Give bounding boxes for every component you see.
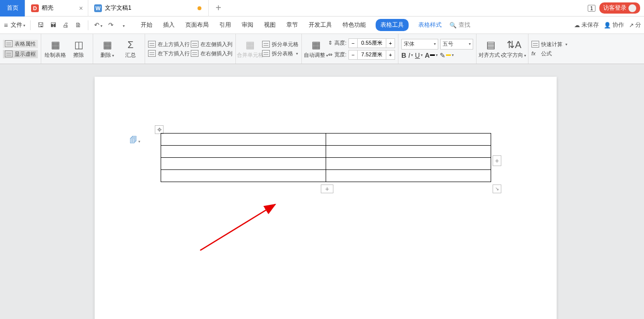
tab-layout[interactable]: 页面布局 <box>184 19 210 31</box>
width-minus[interactable]: − <box>349 50 358 59</box>
row-height-icon: ⇕ <box>328 40 332 46</box>
saveas-icon[interactable]: 🖬 <box>48 21 58 29</box>
split-cell-button[interactable]: 拆分单元格 <box>262 41 298 48</box>
tab-chapter[interactable]: 章节 <box>285 19 299 31</box>
table-cell[interactable] <box>326 134 491 146</box>
tab-start[interactable]: 开始 <box>140 19 153 31</box>
autofit-button[interactable]: ▦自动调整▾ <box>305 39 327 59</box>
login-button[interactable]: 访客登录 <box>599 2 640 14</box>
more-icon[interactable]: ▾ <box>118 21 128 29</box>
sigma-icon: Σ <box>128 39 133 50</box>
split-table-button[interactable]: 拆分表格▾ <box>262 50 298 57</box>
tab-table-tools[interactable]: 表格工具 <box>376 19 409 31</box>
table-cell[interactable] <box>326 170 491 182</box>
highlight-button[interactable]: ✎▾ <box>440 51 454 59</box>
tab-devtools[interactable]: 开发工具 <box>308 19 333 31</box>
width-spinner[interactable]: − + <box>348 50 395 60</box>
workspace: 🗐▾ ✥ + + ↘ <box>0 64 644 319</box>
table-cell[interactable] <box>161 170 326 182</box>
width-label: 宽度: <box>334 51 347 58</box>
share-button[interactable]: ↗分 <box>629 21 641 29</box>
print-icon[interactable]: 🖨 <box>61 21 70 29</box>
font-size-select[interactable]: 五号▾ <box>440 39 473 50</box>
outline-icon[interactable]: 🗐▾ <box>130 136 140 145</box>
undo-icon[interactable]: ↶▾ <box>93 21 103 29</box>
delete-button[interactable]: ▦删除▾ <box>96 39 118 59</box>
text-direction-button[interactable]: ⇅A文字方向▾ <box>503 39 525 59</box>
table-properties-button[interactable]: 表格属性 <box>3 40 38 48</box>
tab-home-label: 首页 <box>7 4 18 12</box>
height-input[interactable] <box>358 39 386 48</box>
tab-features[interactable]: 特色功能 <box>342 19 367 31</box>
add-row-button[interactable]: + <box>321 185 333 193</box>
save-icon[interactable]: 🖫 <box>35 21 45 29</box>
show-dashed-button[interactable]: 显示虚框 <box>3 50 38 58</box>
draw-table-button[interactable]: ▦绘制表格 <box>44 39 66 59</box>
autofit-icon: ▦ <box>312 39 321 50</box>
tab-docer[interactable]: D 稻壳 × <box>25 0 88 17</box>
table-resize-handle[interactable]: ↘ <box>493 185 501 193</box>
tab-home[interactable]: 首页 <box>0 0 25 17</box>
table-cell[interactable] <box>161 158 326 170</box>
insert-col-right-button[interactable]: 在右侧插入列 <box>191 50 232 57</box>
erase-button[interactable]: ◫擦除 <box>67 39 90 59</box>
align-icon: ▤ <box>486 39 495 50</box>
bold-button[interactable]: B <box>401 51 406 59</box>
table-cell[interactable] <box>161 146 326 158</box>
insert-col-left-button[interactable]: 在左侧插入列 <box>191 41 232 48</box>
tab-insert[interactable]: 插入 <box>162 19 176 31</box>
delete-table-icon: ▦ <box>103 39 112 50</box>
table-row[interactable] <box>161 170 491 182</box>
insert-above-icon <box>148 41 156 48</box>
tab-view[interactable]: 视图 <box>263 19 277 31</box>
new-tab-button[interactable]: + <box>209 0 228 17</box>
pencil-grid-icon: ▦ <box>51 39 60 50</box>
svg-line-1 <box>200 204 275 251</box>
insert-row-above-button[interactable]: 在上方插入行 <box>148 41 190 48</box>
underline-button[interactable]: U▾ <box>415 51 423 59</box>
close-icon[interactable]: × <box>79 4 83 12</box>
formula-button[interactable]: fx 公式 <box>531 50 567 57</box>
split-cell-icon <box>262 41 270 48</box>
insert-left-icon <box>191 41 198 48</box>
height-spinner[interactable]: − + <box>348 38 395 48</box>
tab-document-label: 文字文稿1 <box>105 4 132 12</box>
search-button[interactable]: 🔍 查找 <box>449 21 470 29</box>
tab-reference[interactable]: 引用 <box>218 19 232 31</box>
notification-badge[interactable]: 1 <box>588 5 595 12</box>
align-button[interactable]: ▤对齐方式▾ <box>479 39 502 59</box>
fx-icon: fx <box>531 50 536 56</box>
quick-calc-button[interactable]: 快速计算▾ <box>531 41 567 48</box>
insert-row-below-button[interactable]: 在下方插入行 <box>148 50 190 57</box>
preview-icon[interactable]: 🗎 <box>73 21 83 29</box>
table-row[interactable] <box>161 146 491 158</box>
italic-button[interactable]: I▾ <box>408 51 413 59</box>
table-cell[interactable] <box>326 146 491 158</box>
cloud-icon: ☁ <box>574 22 580 29</box>
tab-review[interactable]: 审阅 <box>241 19 254 31</box>
height-minus[interactable]: − <box>349 39 358 48</box>
width-plus[interactable]: + <box>386 50 395 59</box>
tab-table-style[interactable]: 表格样式 <box>417 19 443 31</box>
table-cell[interactable] <box>161 134 326 146</box>
eraser-icon: ◫ <box>74 39 83 50</box>
unsaved-indicator[interactable]: ☁未保存 <box>574 21 599 29</box>
table-row[interactable] <box>161 134 491 146</box>
avatar-icon <box>628 4 636 12</box>
font-color-button[interactable]: A▾ <box>425 51 438 59</box>
tab-document[interactable]: W 文字文稿1 <box>88 0 209 17</box>
file-menu[interactable]: 文件▾ <box>11 21 25 29</box>
font-select[interactable]: 宋体▾ <box>401 39 438 50</box>
add-column-button[interactable]: + <box>493 155 501 166</box>
table-cell[interactable] <box>326 158 491 170</box>
summary-button[interactable]: Σ汇总 <box>119 39 142 59</box>
page[interactable]: 🗐▾ ✥ + + ↘ <box>95 77 557 319</box>
redo-icon[interactable]: ↷ <box>106 21 116 29</box>
document-table[interactable] <box>161 133 491 182</box>
width-input[interactable] <box>358 50 386 59</box>
collab-button[interactable]: 👤协作 <box>604 21 624 29</box>
hamburger-icon[interactable]: ≡ <box>4 21 8 29</box>
user-icon: 👤 <box>604 22 611 29</box>
table-row[interactable] <box>161 158 491 170</box>
height-plus[interactable]: + <box>386 39 395 48</box>
